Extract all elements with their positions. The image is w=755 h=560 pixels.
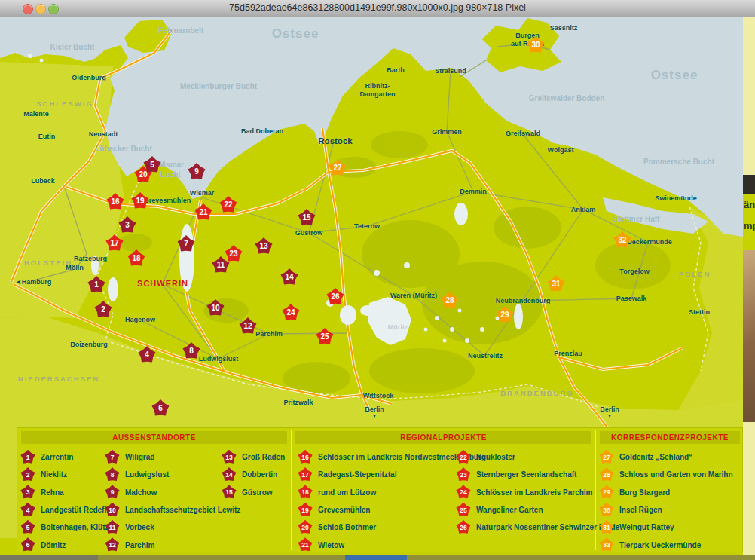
legend-item-label: Insel Rügen <box>619 506 662 514</box>
legend-marker-icon: 10 <box>105 503 120 518</box>
legend-item-label: Sternberger Seenlandschaft <box>476 470 576 479</box>
legend-item-label: Wiligrad <box>125 453 154 461</box>
legend-item: 29 Burg Stargard <box>599 484 733 501</box>
legend-item: 21 Wietow <box>298 536 486 553</box>
region-label: SCHLESWIG <box>36 99 93 108</box>
legend-item: 11 Vorbeck <box>105 519 240 536</box>
legend-section: KORRESPONDENZPROJEKTE 27 Göldenitz „Sehl… <box>598 428 742 552</box>
map-marker: 12 <box>239 317 257 335</box>
map-marker: 29 <box>496 306 514 324</box>
city-label: Prenzlau <box>554 350 582 358</box>
screen: än mp 75d592adeae64e863128800d1491e99f.9… <box>0 0 755 560</box>
legend-marker-icon: 15 <box>222 485 237 500</box>
map-marker: 2 <box>94 301 112 319</box>
legend-item: 26 Naturpark Nossentiner Schwinzer Heide <box>456 519 619 536</box>
legend-column: 1 Zarrentin 2 Nieklitz <box>20 448 111 554</box>
legend-item-label: Tierpark Ueckermünde <box>619 541 701 549</box>
city-label: Neubrandenburg <box>496 297 551 305</box>
legend-item: 2 Nieklitz <box>20 466 111 483</box>
map-marker: 32 <box>613 231 631 249</box>
map-marker: 16 <box>106 193 124 211</box>
legend-item-label: Dobbertin <box>242 470 277 479</box>
background-bottom-left <box>0 555 98 560</box>
city-label: Berlin <box>365 405 384 418</box>
legend-marker-icon: 27 <box>599 450 614 465</box>
legend-item: 14 Dobbertin <box>222 466 285 483</box>
city-label: Malente <box>23 110 49 118</box>
sea-label: Wismar bucht <box>157 161 184 179</box>
window-title: 75d592adeae64e863128800d1491e99f.980x100… <box>0 2 755 13</box>
legend-item: 31 Weingut Rattey <box>599 519 733 536</box>
city-label: Rostock <box>318 136 352 147</box>
window-titlebar[interactable]: 75d592adeae64e863128800d1491e99f.980x100… <box>0 0 755 17</box>
city-label: Stettin <box>689 308 710 317</box>
city-label: Grevesmühlen <box>144 197 191 205</box>
city-label: Grimmen <box>432 128 462 136</box>
sea-label: Lübecker Bucht <box>95 145 152 155</box>
legend-item-label: Schlösser im Landkreis Parchim <box>476 488 593 497</box>
city-label: Eutin <box>38 133 56 141</box>
legend-marker-icon: 30 <box>599 503 614 518</box>
legend-item: 8 Ludwigslust <box>105 466 240 483</box>
legend-section-title: REGIONALPROJEKTE <box>295 431 591 444</box>
legend-item: 15 Güstrow <box>222 484 285 501</box>
city-label: Swinemünde <box>655 194 697 203</box>
legend-item-label: Vorbeck <box>125 523 154 531</box>
legend-marker-icon: 3 <box>20 485 35 500</box>
map-marker: 1 <box>87 276 105 294</box>
city-label: Boizenburg <box>70 341 108 349</box>
map-marker: 19 <box>131 192 149 210</box>
legend-marker-icon: 23 <box>456 467 471 482</box>
legend-item: 9 Malchow <box>105 484 240 501</box>
legend-section: REGIONALPROJEKTE 16 Schlösser im Landkre… <box>293 428 594 552</box>
map-marker: 14 <box>280 268 298 286</box>
sea-label: Ostsee <box>272 26 319 41</box>
legend-item: 5 Boltenhagen, Klütz <box>20 519 111 536</box>
legend-marker-icon: 29 <box>599 485 614 500</box>
legend-column: 13 Groß Raden 14 Dobbertin <box>222 448 285 501</box>
legend-column: 22 Neukloster 23 Sternberger Seenlandsch… <box>456 448 619 536</box>
legend-item: 4 Landgestüt Redefin <box>20 501 111 519</box>
legend-item: 6 Dömitz <box>20 536 111 553</box>
city-label: Ratzeburg <box>74 255 107 263</box>
city-label: Waren (Müritz) <box>390 292 437 300</box>
legend-item: 1 Zarrentin <box>20 448 111 466</box>
map-marker: 24 <box>282 304 300 322</box>
map-marker: 17 <box>105 234 124 252</box>
background-blue-element <box>345 555 407 560</box>
city-label: Neustadt <box>89 130 118 139</box>
legend-item: 13 Groß Raden <box>222 448 285 466</box>
city-label: Güstrow <box>295 229 323 237</box>
legend-marker-icon: 21 <box>298 537 313 552</box>
city-label: ◄Hamburg <box>15 278 51 286</box>
city-label: Barth <box>387 66 405 75</box>
legend-item-label: Ludwigslust <box>125 470 169 479</box>
city-label: Ludwigslust <box>199 355 239 363</box>
legend-item-label: Göldenitz „Sehland“ <box>619 453 692 461</box>
legend-marker-icon: 20 <box>298 520 313 535</box>
city-label: Greifswald <box>506 130 540 138</box>
legend-marker-icon: 31 <box>599 520 614 535</box>
map-marker: 22 <box>219 196 237 214</box>
legend-item-label: Radegast-Stepenitztal <box>318 470 396 479</box>
region-label: BRANDENBURG <box>500 389 573 397</box>
city-label: Demmin <box>460 188 487 196</box>
region-label: NIEDERSACHSEN <box>18 375 99 383</box>
background-text-fragment: mp <box>744 220 755 231</box>
sea-label: Greifswalder Bodden <box>529 94 605 104</box>
map-marker: 6 <box>151 399 170 418</box>
background-window-strip: än mp <box>743 17 755 555</box>
legend-item-label: Parchim <box>125 541 154 549</box>
city-label: Hagenow <box>125 316 155 324</box>
legend-item-label: Grevesmühlen <box>318 506 370 514</box>
map-marker: 18 <box>127 249 145 268</box>
legend-section-title: KORRESPONDENZPROJEKTE <box>600 431 740 444</box>
legend-item: 7 Wiligrad <box>105 448 240 466</box>
legend-item-label: Groß Raden <box>242 453 285 461</box>
legend-item-label: Schloß Bothmer <box>318 523 376 531</box>
background-window-photo <box>743 250 755 422</box>
city-label: Pasewalk <box>616 295 647 303</box>
legend-item-label: Burg Stargard <box>619 488 670 497</box>
city-label: Lübeck <box>31 177 55 185</box>
legend-item: 22 Neukloster <box>456 448 619 466</box>
